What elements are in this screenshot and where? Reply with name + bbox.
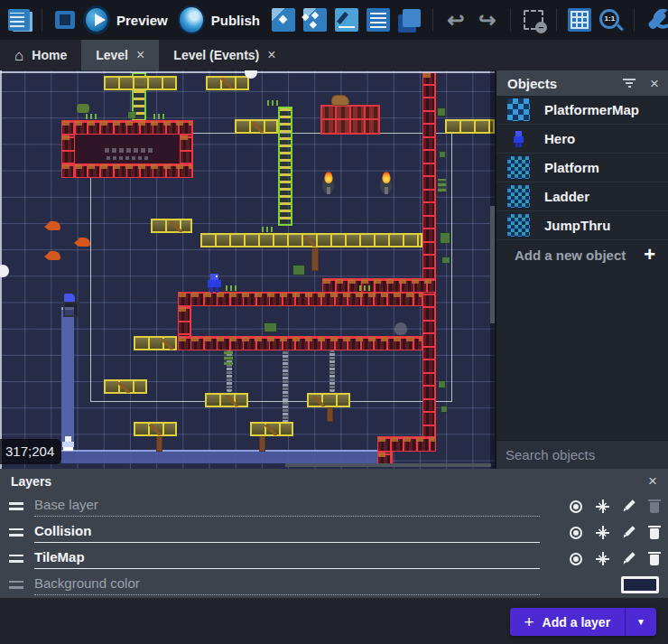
add-object-icon[interactable] bbox=[270, 6, 297, 33]
effects-icon[interactable] bbox=[596, 552, 609, 565]
drag-handle-icon[interactable] bbox=[9, 581, 23, 589]
close-icon[interactable]: × bbox=[136, 48, 144, 62]
close-icon[interactable]: × bbox=[648, 473, 657, 489]
layers-icon[interactable] bbox=[396, 6, 423, 33]
scene-canvas[interactable]: 317;204 bbox=[0, 70, 495, 469]
canvas-post[interactable] bbox=[156, 436, 162, 452]
canvas-brickcol[interactable] bbox=[422, 72, 436, 452]
canvas-brickcol[interactable] bbox=[180, 135, 193, 163]
canvas-watercol[interactable] bbox=[61, 307, 74, 450]
layer-row-background-color[interactable]: Background color bbox=[0, 572, 668, 598]
add-new-object-button[interactable]: Add a new object + bbox=[496, 240, 668, 269]
grid-icon[interactable] bbox=[566, 6, 593, 33]
canvas-brickrow[interactable] bbox=[178, 292, 422, 306]
canvas-ghost[interactable] bbox=[394, 322, 407, 335]
edit-pencil-icon[interactable] bbox=[623, 526, 636, 539]
trash-icon[interactable] bbox=[650, 528, 659, 539]
debug-icon[interactable] bbox=[51, 6, 79, 33]
canvas-post[interactable] bbox=[259, 436, 265, 452]
close-icon[interactable]: × bbox=[650, 76, 659, 91]
filter-icon[interactable] bbox=[623, 79, 636, 88]
canvas-horizontal-scrollbar-thumb[interactable] bbox=[285, 463, 491, 467]
visibility-eye-icon[interactable] bbox=[570, 527, 582, 539]
drag-handle-icon[interactable] bbox=[9, 502, 23, 510]
canvas-post[interactable] bbox=[327, 407, 333, 422]
canvas-critter[interactable] bbox=[78, 238, 90, 247]
objects-list-icon[interactable] bbox=[302, 6, 329, 33]
window-resize-handle-left[interactable] bbox=[0, 265, 9, 277]
canvas-post[interactable] bbox=[311, 247, 319, 271]
edit-pencil-icon[interactable] bbox=[623, 499, 636, 513]
redo-icon[interactable]: ↪ bbox=[474, 6, 501, 33]
layer-name[interactable]: Base layer bbox=[34, 497, 98, 512]
canvas-critter[interactable] bbox=[48, 221, 60, 230]
canvas-bird[interactable] bbox=[63, 294, 78, 317]
canvas-brickrow[interactable] bbox=[61, 120, 193, 135]
layer-name[interactable]: Collision bbox=[34, 523, 91, 538]
publish-label[interactable]: Publish bbox=[211, 13, 260, 28]
canvas-diag bbox=[226, 396, 238, 406]
object-label: PlatformerMap bbox=[544, 102, 639, 117]
background-color-swatch[interactable] bbox=[621, 576, 659, 593]
effects-icon[interactable] bbox=[596, 499, 609, 513]
canvas-brickrow[interactable] bbox=[377, 436, 436, 452]
canvas-ybox[interactable] bbox=[104, 76, 177, 90]
add-layer-button[interactable]: + Add a layer ▼ bbox=[510, 608, 657, 636]
canvas-swimmer[interactable] bbox=[61, 436, 75, 451]
canvas-torch[interactable] bbox=[322, 176, 334, 193]
visibility-eye-icon[interactable] bbox=[570, 500, 582, 513]
canvas-brickrow[interactable] bbox=[61, 163, 193, 178]
instances-list-icon[interactable] bbox=[365, 6, 392, 33]
layer-row-tilemap[interactable]: TileMap bbox=[0, 546, 668, 572]
close-icon[interactable]: × bbox=[267, 48, 275, 62]
layer-row-base-layer[interactable]: Base layer bbox=[0, 493, 668, 519]
settings-wrench-icon[interactable] bbox=[644, 6, 668, 33]
canvas-bug[interactable] bbox=[77, 104, 89, 113]
layer-row-collision[interactable]: Collision bbox=[0, 519, 668, 546]
canvas-ybox[interactable] bbox=[445, 119, 495, 134]
canvas-hero[interactable] bbox=[208, 274, 221, 293]
effects-icon[interactable] bbox=[596, 526, 609, 539]
canvas-redblock[interactable] bbox=[320, 105, 380, 135]
canvas-chain[interactable] bbox=[283, 350, 288, 423]
preview-label[interactable]: Preview bbox=[116, 13, 168, 28]
add-layer-main[interactable]: + Add a layer bbox=[510, 608, 626, 636]
canvas-moss bbox=[441, 406, 447, 412]
layer-name[interactable]: TileMap bbox=[34, 549, 85, 565]
tab-level[interactable]: Level × bbox=[81, 40, 159, 70]
object-item-ladder[interactable]: Ladder bbox=[496, 182, 668, 211]
object-item-platform[interactable]: Platform bbox=[496, 154, 668, 182]
canvas-brickrow[interactable] bbox=[178, 336, 422, 350]
visibility-eye-icon[interactable] bbox=[570, 553, 582, 565]
object-item-jumpthru[interactable]: JumpThru bbox=[496, 211, 668, 240]
drag-handle-icon[interactable] bbox=[9, 555, 23, 563]
canvas-creature[interactable] bbox=[331, 95, 349, 106]
drag-handle-icon[interactable] bbox=[9, 528, 23, 537]
clear-selection-icon[interactable] bbox=[520, 6, 547, 33]
canvas-brickrow[interactable] bbox=[322, 278, 436, 293]
canvas-chain[interactable] bbox=[329, 350, 335, 392]
object-item-hero[interactable]: Hero bbox=[496, 125, 668, 154]
undo-icon[interactable]: ↩ bbox=[442, 6, 469, 33]
canvas-torch[interactable] bbox=[380, 176, 392, 193]
chevron-down-icon[interactable]: ▼ bbox=[626, 608, 656, 636]
canvas-waterband[interactable] bbox=[61, 450, 377, 463]
trash-icon bbox=[650, 502, 659, 513]
project-manager-icon[interactable] bbox=[5, 6, 32, 33]
zoom-1-1-icon[interactable]: 1:1 bbox=[598, 6, 625, 33]
canvas-ladder[interactable] bbox=[278, 107, 292, 226]
layer-name[interactable]: Background color bbox=[34, 575, 140, 591]
canvas-vertical-scrollbar-thumb[interactable] bbox=[490, 206, 495, 323]
object-item-platformermap[interactable]: PlatformerMap bbox=[496, 96, 668, 125]
search-objects-input[interactable] bbox=[496, 446, 668, 463]
canvas-critter[interactable] bbox=[48, 251, 60, 260]
canvas-brickcol[interactable] bbox=[61, 135, 75, 163]
edit-pencil-icon[interactable] bbox=[623, 552, 636, 565]
tab-level-events[interactable]: Level (Events) × bbox=[159, 40, 290, 70]
trash-icon[interactable] bbox=[650, 555, 659, 565]
edit-scene-icon[interactable] bbox=[333, 6, 360, 33]
preview-icon[interactable] bbox=[83, 6, 110, 33]
window-resize-handle-top[interactable] bbox=[245, 70, 257, 79]
tab-home[interactable]: ⌂ Home bbox=[0, 40, 81, 70]
publish-icon[interactable] bbox=[178, 6, 205, 33]
